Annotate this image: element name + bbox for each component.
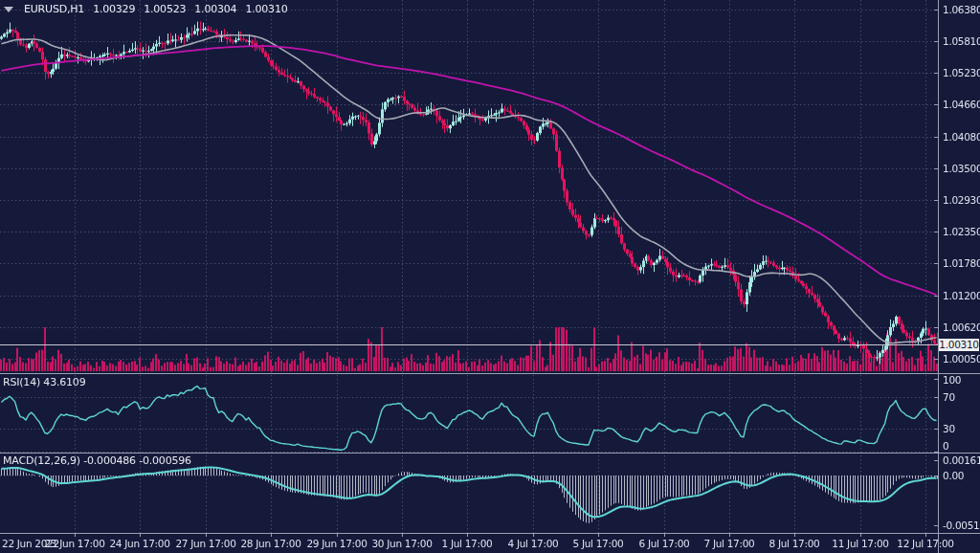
price-axis-label: 1.00620 <box>943 321 980 333</box>
time-axis-label: 5 Jul 17:00 <box>573 538 624 549</box>
ohlc-low: 1.00304 <box>194 3 236 15</box>
ohlc-high: 1.00523 <box>144 3 186 15</box>
time-axis-label: 12 Jul 17:00 <box>897 538 953 549</box>
price-axis-label: 1.05810 <box>943 35 980 47</box>
rsi-indicator-label: RSI(14) 43.6109 <box>3 376 85 388</box>
time-axis-label: 1 Jul 17:00 <box>442 538 493 549</box>
time-axis-label: 8 Jul 17:00 <box>769 538 820 549</box>
price-axis-label: 1.02930 <box>943 194 980 206</box>
symbol-dropdown-icon[interactable] <box>4 7 13 12</box>
rsi-axis-label: 30 <box>943 423 955 434</box>
ohlc-close: 1.00310 <box>245 3 287 15</box>
time-axis-label: 23 Jun 17:00 <box>44 538 104 549</box>
time-axis-label: 29 Jun 17:00 <box>306 538 367 549</box>
price-chart-canvas[interactable] <box>0 0 980 553</box>
rsi-axis-label: 70 <box>943 391 955 403</box>
time-axis-label: 11 Jul 17:00 <box>832 538 888 549</box>
symbol-period-label: EURUSD,H1 <box>24 3 84 15</box>
price-axis-label: 1.00050 <box>943 353 980 365</box>
macd-axis-label: 0.001615 <box>943 454 980 466</box>
time-axis-label: 6 Jul 17:00 <box>639 538 690 549</box>
macd-axis-label: -0.005157 <box>943 520 980 531</box>
time-axis-label: 30 Jun 17:00 <box>371 538 432 549</box>
rsi-axis-label: 100 <box>943 374 961 386</box>
macd-indicator-label: MACD(12,26,9) -0.000486 -0.000596 <box>3 454 191 467</box>
chart-header: EURUSD,H1 1.00329 1.00523 1.00304 1.0031… <box>4 3 288 15</box>
price-axis-label: 1.04660 <box>943 99 980 110</box>
price-axis-label: 1.01780 <box>943 257 980 269</box>
current-price-badge: 1.00310 <box>939 339 979 351</box>
rsi-axis-label: 0 <box>943 440 948 452</box>
price-axis-label: 1.03500 <box>943 163 980 174</box>
time-axis-label: 27 Jun 17:00 <box>175 538 235 549</box>
time-axis-label: 4 Jul 17:00 <box>508 538 559 549</box>
price-axis-label: 1.01200 <box>943 290 980 301</box>
price-axis-label: 1.04080 <box>943 131 980 143</box>
time-axis-label: 24 Jun 17:00 <box>109 538 169 549</box>
chart-window: EURUSD,H1 1.00329 1.00523 1.00304 1.0031… <box>0 0 980 553</box>
price-axis-label: 1.02350 <box>943 226 980 237</box>
time-axis-label: 7 Jul 17:00 <box>704 538 755 549</box>
time-axis-label: 28 Jun 17:00 <box>240 538 301 549</box>
price-axis-label: 1.06380 <box>943 4 980 15</box>
price-axis-label: 1.05230 <box>943 67 980 78</box>
macd-axis-label: 0.00 <box>943 470 964 481</box>
ohlc-open: 1.00329 <box>93 3 135 15</box>
